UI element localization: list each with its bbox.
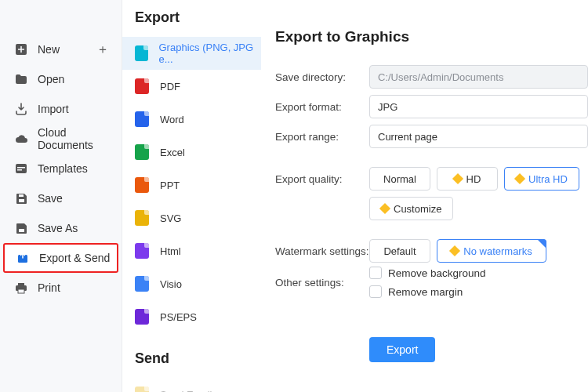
send-label: Send Email [160, 389, 212, 393]
word-file-icon [135, 111, 149, 127]
label-other-settings: Other settings: [275, 277, 369, 289]
sidebar: New ＋ Open Import Cloud Documents Templa… [0, 0, 122, 392]
export-type-label: Word [160, 114, 184, 125]
sidebar-item-save-as[interactable]: Save As [0, 213, 122, 243]
svg-rect-1 [16, 164, 27, 173]
svg-rect-10 [18, 289, 24, 293]
checkbox-remove-margin[interactable]: Remove margin [369, 285, 463, 298]
export-type-graphics[interactable]: Graphics (PNG, JPG e... [122, 37, 261, 70]
sidebar-label: Save As [38, 222, 122, 234]
quality-customize[interactable]: Customize [369, 197, 453, 220]
ppt-file-icon [135, 177, 149, 193]
print-icon [14, 282, 28, 294]
watermark-default[interactable]: Default [369, 239, 430, 263]
sidebar-label: Export & Send [39, 252, 117, 264]
quality-ultra-hd[interactable]: Ultra HD [504, 167, 579, 191]
cloud-icon [14, 134, 28, 143]
watermark-none[interactable]: No watermarks [437, 239, 546, 263]
sidebar-item-import[interactable]: Import [0, 94, 122, 124]
export-type-ppt[interactable]: PPT [122, 169, 261, 201]
label-watermark: Watermark settings: [275, 245, 369, 257]
quality-normal[interactable]: Normal [369, 167, 430, 191]
export-type-label: Excel [160, 147, 185, 158]
send-header: Send [122, 333, 261, 378]
export-type-label: PS/EPS [160, 311, 197, 323]
checkbox-remove-bg[interactable]: Remove background [369, 267, 486, 279]
export-type-pdf[interactable]: PDF [122, 70, 261, 103]
checkbox-icon [369, 267, 382, 279]
svg-file-icon [135, 210, 149, 226]
label-export-quality: Export quality: [275, 173, 369, 185]
excel-file-icon [135, 144, 149, 160]
svg-rect-3 [17, 169, 22, 171]
export-type-label: Visio [160, 278, 182, 290]
export-type-label: PPT [160, 180, 180, 191]
svg-rect-9 [18, 283, 24, 286]
sidebar-label: Open [38, 73, 122, 85]
export-type-label: PDF [160, 81, 180, 93]
visio-file-icon [135, 276, 149, 292]
label-save-directory: Save directory: [275, 71, 369, 83]
label-export-format: Export format: [275, 101, 369, 113]
export-type-html[interactable]: Html [122, 234, 261, 267]
diamond-icon [514, 173, 525, 184]
main-panel: Export to Graphics Save directory: C:/Us… [261, 0, 588, 392]
sidebar-label: Import [38, 103, 122, 115]
export-type-visio[interactable]: Visio [122, 267, 261, 300]
export-button[interactable]: Export [369, 337, 435, 362]
sidebar-item-save[interactable]: Save [0, 183, 122, 213]
html-file-icon [135, 243, 149, 259]
ps-file-icon [135, 309, 149, 325]
graphics-file-icon [135, 45, 148, 61]
save-directory-field[interactable]: C:/Users/Admin/Documents [369, 65, 588, 89]
plus-icon[interactable]: ＋ [96, 42, 109, 58]
save-as-icon [14, 223, 28, 234]
sidebar-item-templates[interactable]: Templates [0, 154, 122, 183]
svg-rect-6 [19, 229, 24, 232]
diamond-icon [449, 245, 460, 256]
sidebar-item-print[interactable]: Print [0, 273, 122, 303]
export-type-label: Graphics (PNG, JPG e... [159, 42, 262, 65]
pdf-file-icon [135, 78, 149, 94]
import-icon [14, 103, 28, 115]
export-type-pseps[interactable]: PS/EPS [122, 300, 261, 333]
export-type-label: SVG [160, 212, 181, 224]
sidebar-label: Templates [38, 162, 122, 175]
svg-rect-2 [17, 167, 25, 169]
sidebar-item-cloud[interactable]: Cloud Documents [0, 124, 122, 154]
export-type-excel[interactable]: Excel [122, 136, 261, 169]
export-format-select[interactable]: JPG [369, 95, 588, 118]
sidebar-item-new[interactable]: New ＋ [0, 34, 122, 64]
svg-rect-4 [19, 199, 24, 202]
svg-rect-5 [19, 194, 24, 197]
email-file-icon [135, 387, 149, 392]
diamond-icon [379, 203, 390, 214]
folder-icon [14, 74, 28, 85]
export-type-list: Export Graphics (PNG, JPG e... PDF Word … [122, 0, 261, 392]
diamond-icon [452, 173, 463, 184]
sidebar-label: Print [38, 281, 122, 294]
save-icon [14, 193, 28, 205]
page-title: Export to Graphics [275, 28, 588, 45]
sidebar-label: Save [38, 192, 122, 205]
sidebar-item-export-send[interactable]: Export & Send [3, 243, 118, 273]
label-export-range: Export range: [275, 131, 369, 143]
quality-hd[interactable]: HD [437, 167, 498, 191]
sidebar-item-open[interactable]: Open [0, 64, 122, 94]
send-email[interactable]: Send Email [122, 378, 261, 392]
export-header: Export [122, 6, 261, 37]
templates-icon [14, 163, 28, 174]
plus-square-icon [14, 43, 28, 56]
export-type-word[interactable]: Word [122, 103, 261, 136]
export-icon [16, 252, 30, 264]
export-range-select[interactable]: Current page [369, 125, 588, 148]
export-type-label: Html [160, 245, 181, 257]
sidebar-label: Cloud Documents [38, 126, 122, 151]
checkbox-icon [369, 285, 382, 298]
export-type-svg[interactable]: SVG [122, 201, 261, 234]
